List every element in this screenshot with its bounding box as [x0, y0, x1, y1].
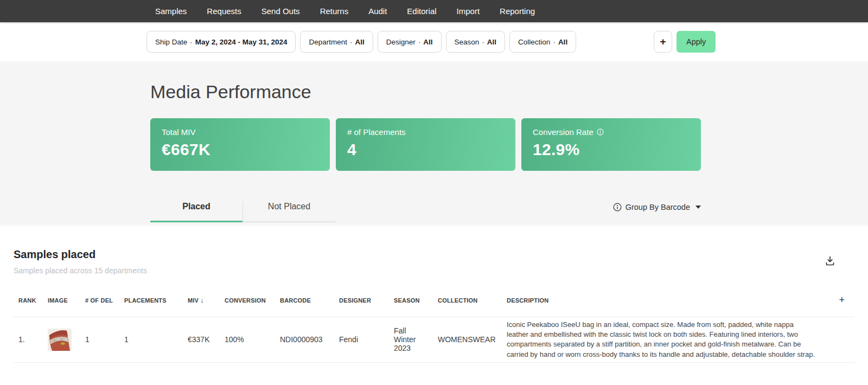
cell-designer: Fendi	[339, 317, 394, 363]
column-header-collection[interactable]: COLLECTION	[438, 294, 507, 317]
section-subtitle: Samples placed across 15 departments	[14, 266, 147, 275]
download-button[interactable]	[822, 253, 838, 271]
filter-separator: ·	[482, 38, 484, 46]
cell-miv: €337K	[188, 317, 225, 363]
filter-chip-collection[interactable]: Collection · All	[509, 31, 576, 53]
cell-season: Fall Winter 2023	[394, 317, 438, 363]
cell-empty	[827, 317, 854, 363]
metric-label-text: # of Placements	[347, 127, 406, 137]
section-title: Samples placed	[14, 248, 147, 261]
filter-value: All	[355, 38, 364, 46]
metric-label-text: Conversion Rate	[533, 127, 593, 137]
cell-collection: WOMENSWEAR	[438, 317, 507, 363]
column-header-description[interactable]: DESCRIPTION	[507, 294, 827, 317]
column-header-add: +	[827, 294, 854, 317]
cell-description: Iconic Peekaboo ISeeU bag in an ideal, c…	[507, 317, 827, 363]
cell-conversion: 100%	[225, 317, 280, 363]
metric-card-placements: # of Placements 4	[336, 118, 515, 171]
cell-image[interactable]	[48, 317, 85, 363]
nav-item-audit[interactable]: Audit	[368, 7, 387, 16]
cell-barcode: NDI0000903	[280, 317, 339, 363]
column-header-conversion[interactable]: CONVERSION	[225, 294, 280, 317]
samples-table: RANK IMAGE # OF DEL PLACEMENTS MIV↓ CONV…	[14, 294, 854, 363]
info-icon[interactable]	[613, 203, 622, 211]
media-performance-section: Media Performance Total MIV €667K # of P…	[0, 61, 868, 226]
filter-chip-department[interactable]: Department · All	[300, 31, 373, 53]
page-title: Media Performance	[150, 81, 868, 102]
nav-item-editorial[interactable]: Editorial	[407, 7, 436, 16]
group-by-barcode-dropdown[interactable]: Group By Barcode	[613, 203, 701, 211]
nav-item-send-outs[interactable]: Send Outs	[261, 7, 300, 16]
tab-not-placed[interactable]: Not Placed	[243, 202, 335, 222]
group-by-label: Group By Barcode	[626, 203, 690, 211]
placement-tabs: Placed Not Placed	[150, 202, 335, 222]
metric-label-text: Total MIV	[162, 127, 196, 137]
column-header-barcode[interactable]: BARCODE	[280, 294, 339, 317]
filter-label: Season	[455, 38, 480, 46]
samples-placed-section: Samples placed Samples placed across 15 …	[0, 226, 868, 363]
cell-rank: 1.	[14, 317, 48, 363]
column-header-rank[interactable]: RANK	[14, 294, 48, 317]
metric-label: Conversion Rate	[533, 127, 690, 137]
column-header-season[interactable]: SEASON	[394, 294, 438, 317]
column-header-miv[interactable]: MIV↓	[188, 294, 225, 317]
filter-separator: ·	[553, 38, 556, 46]
filter-separator: ·	[350, 38, 353, 46]
tabs-row: Placed Not Placed Group By Barcode	[150, 202, 701, 222]
column-header-placements[interactable]: PLACEMENTS	[124, 294, 188, 317]
filter-label: Ship Date	[155, 38, 187, 46]
filter-label: Designer	[386, 38, 416, 46]
column-header-image[interactable]: IMAGE	[48, 294, 85, 317]
filter-actions: + Apply	[654, 31, 716, 53]
filter-chip-ship-date[interactable]: Ship Date · May 2, 2024 - May 31, 2024	[146, 31, 296, 53]
info-icon[interactable]	[597, 129, 604, 136]
filter-value: All	[487, 38, 496, 46]
cell-num-del: 1	[85, 317, 124, 363]
filter-value: All	[558, 38, 567, 46]
nav-item-reporting[interactable]: Reporting	[500, 7, 535, 16]
metric-value: 4	[347, 140, 504, 159]
metric-value: 12.9%	[533, 140, 690, 159]
metric-card-conversion-rate: Conversion Rate 12.9%	[521, 118, 701, 171]
add-column-button[interactable]: +	[839, 294, 845, 306]
filter-separator: ·	[190, 38, 193, 46]
apply-button[interactable]: Apply	[676, 31, 716, 53]
column-header-num-del[interactable]: # OF DEL	[85, 294, 124, 317]
nav-item-samples[interactable]: Samples	[155, 7, 187, 16]
filter-value: May 2, 2024 - May 31, 2024	[195, 38, 288, 46]
metric-label: Total MIV	[162, 127, 318, 137]
chevron-down-icon	[695, 206, 701, 209]
metric-label: # of Placements	[347, 127, 504, 137]
filter-separator: ·	[418, 38, 421, 46]
column-header-miv-label: MIV	[188, 297, 199, 304]
metric-cards: Total MIV €667K # of Placements 4 Conver…	[150, 118, 701, 171]
tab-placed[interactable]: Placed	[150, 202, 242, 222]
metric-value: €667K	[162, 140, 318, 159]
add-filter-button[interactable]: +	[654, 31, 672, 53]
table-header-row: RANK IMAGE # OF DEL PLACEMENTS MIV↓ CONV…	[14, 294, 854, 317]
nav-item-import[interactable]: Import	[457, 7, 480, 16]
download-icon	[824, 255, 836, 267]
filter-chip-season[interactable]: Season · All	[446, 31, 506, 53]
nav-item-returns[interactable]: Returns	[320, 7, 349, 16]
table-row[interactable]: 1. 1 1 €337K	[14, 317, 854, 363]
metric-card-total-miv: Total MIV €667K	[150, 118, 330, 171]
nav-item-requests[interactable]: Requests	[207, 7, 241, 16]
cell-placements: 1	[124, 317, 188, 363]
top-nav: Samples Requests Send Outs Returns Audit…	[0, 0, 868, 22]
filter-bar: Ship Date · May 2, 2024 - May 31, 2024 D…	[0, 22, 868, 61]
column-header-designer[interactable]: DESIGNER	[339, 294, 394, 317]
filter-chips: Ship Date · May 2, 2024 - May 31, 2024 D…	[146, 31, 576, 53]
section-header: Samples placed Samples placed across 15 …	[14, 248, 854, 275]
filter-label: Collection	[518, 38, 550, 46]
sample-thumbnail	[48, 329, 72, 351]
filter-chip-designer[interactable]: Designer · All	[378, 31, 442, 53]
sort-desc-icon[interactable]: ↓	[200, 296, 204, 304]
filter-value: All	[423, 38, 432, 46]
filter-label: Department	[309, 38, 347, 46]
